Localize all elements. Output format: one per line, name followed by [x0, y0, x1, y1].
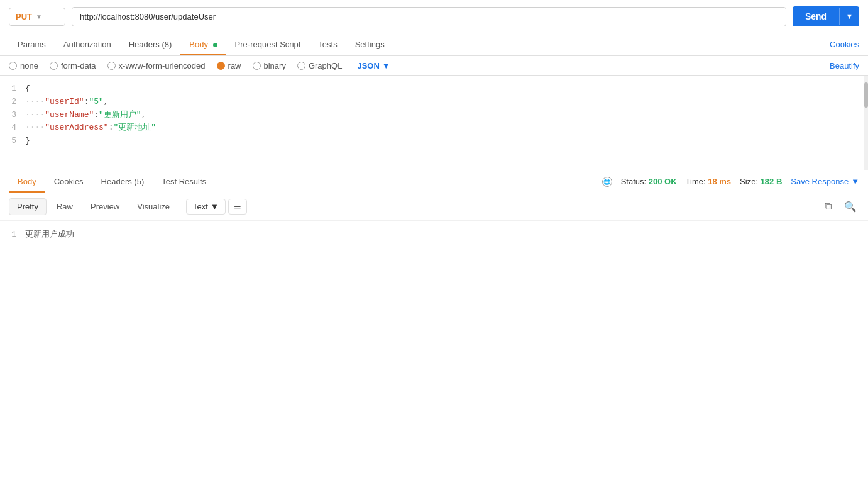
response-tabs: Body Cookies Headers (5) Test Results 🌐 … [0, 170, 868, 193]
code-line-3: 3 ····"userName":"更新用户", [0, 109, 868, 122]
method-label: PUT [16, 12, 32, 21]
text-selector-chevron-icon: ▼ [211, 202, 219, 211]
globe-icon: 🌐 [602, 177, 612, 187]
tab-body[interactable]: Body [180, 33, 226, 55]
response-tab-test-results[interactable]: Test Results [153, 170, 215, 193]
format-preview-button[interactable]: Preview [83, 199, 127, 215]
radio-raw [217, 62, 225, 70]
response-format-bar: Pretty Raw Preview Visualize Text ▼ ⚌ ⧉ … [0, 193, 868, 221]
search-icon[interactable]: 🔍 [842, 199, 859, 214]
format-visualize-button[interactable]: Visualize [129, 199, 177, 215]
code-line-2: 2 ····"userId":"5", [0, 96, 868, 109]
time-label: Time: 18 ms [686, 177, 732, 186]
option-urlencoded[interactable]: x-www-form-urlencoded [107, 61, 206, 70]
tab-tests[interactable]: Tests [309, 33, 346, 55]
send-button[interactable]: Send ▼ [793, 6, 859, 26]
save-response-chevron-icon: ▼ [851, 177, 859, 186]
radio-none [9, 62, 17, 70]
option-graphql[interactable]: GraphQL [297, 61, 342, 70]
send-label: Send [793, 6, 839, 26]
radio-binary [253, 62, 261, 70]
body-options-bar: none form-data x-www-form-urlencoded raw… [0, 56, 868, 76]
radio-urlencoded [107, 62, 116, 70]
send-dropdown-icon[interactable]: ▼ [839, 8, 859, 25]
size-label: Size: 182 B [740, 177, 782, 186]
editor-scrollbar[interactable] [864, 76, 868, 170]
filter-icon: ⚌ [234, 202, 241, 211]
status-label: Status: 200 OK [621, 177, 677, 186]
option-raw[interactable]: raw [217, 61, 241, 70]
method-chevron-icon: ▼ [36, 13, 42, 20]
response-action-icons: ⧉ 🔍 [822, 199, 859, 214]
tab-authorization[interactable]: Authorization [55, 33, 120, 55]
time-value: 18 ms [708, 177, 731, 186]
option-form-data[interactable]: form-data [50, 61, 96, 70]
code-line-5: 5 } [0, 135, 868, 148]
beautify-button[interactable]: Beautify [830, 61, 859, 70]
save-response-button[interactable]: Save Response ▼ [791, 177, 859, 186]
body-active-dot [213, 43, 217, 47]
editor-scrollbar-thumb [864, 82, 868, 108]
response-tab-body[interactable]: Body [9, 170, 45, 193]
format-pretty-button[interactable]: Pretty [9, 198, 47, 215]
response-line-1: 1 更新用户成功 [0, 227, 868, 242]
code-line-1: 1 { [0, 82, 868, 96]
copy-icon[interactable]: ⧉ [822, 199, 834, 214]
cookies-link[interactable]: Cookies [830, 33, 859, 55]
method-selector[interactable]: PUT ▼ [9, 8, 65, 26]
code-line-4: 4 ····"userAddress":"更新地址" [0, 121, 868, 135]
url-input[interactable] [72, 7, 786, 26]
json-chevron-icon: ▼ [382, 61, 390, 70]
option-none[interactable]: none [9, 61, 38, 70]
request-body-editor[interactable]: 1 { 2 ····"userId":"5", 3 ····"userName"… [0, 76, 868, 170]
tab-params[interactable]: Params [9, 33, 55, 55]
request-tabs: Params Authorization Headers (8) Body Pr… [0, 33, 868, 56]
response-tab-cookies[interactable]: Cookies [45, 170, 92, 193]
radio-form-data [50, 62, 58, 70]
option-binary[interactable]: binary [253, 61, 286, 70]
response-meta: 🌐 Status: 200 OK Time: 18 ms Size: 182 B… [602, 177, 859, 187]
text-type-selector[interactable]: Text ▼ [186, 199, 226, 215]
filter-button[interactable]: ⚌ [228, 199, 247, 215]
size-value: 182 B [761, 177, 783, 186]
tab-headers[interactable]: Headers (8) [120, 33, 181, 55]
response-body-content: 1 更新用户成功 [0, 221, 868, 347]
json-type-selector[interactable]: JSON ▼ [357, 61, 390, 70]
radio-graphql [297, 62, 305, 70]
tab-pre-request[interactable]: Pre-request Script [226, 33, 310, 55]
response-text: 更新用户成功 [25, 227, 74, 242]
tab-settings[interactable]: Settings [346, 33, 393, 55]
format-raw-button[interactable]: Raw [49, 199, 80, 215]
request-bar: PUT ▼ Send ▼ [0, 0, 868, 33]
response-tab-headers[interactable]: Headers (5) [92, 170, 153, 193]
status-value: 200 OK [649, 177, 677, 186]
